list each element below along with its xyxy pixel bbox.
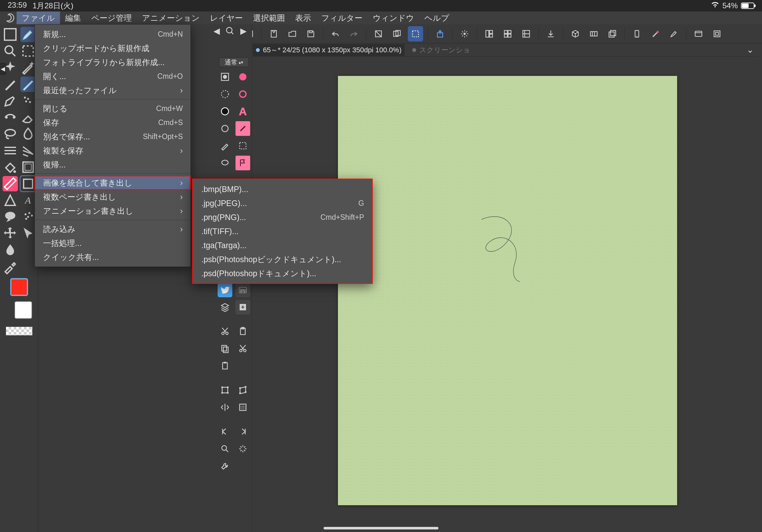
file-menu-item[interactable]: 閉じるCmd+W (35, 101, 190, 115)
search2-icon[interactable] (218, 441, 232, 456)
smartphone-icon[interactable] (629, 26, 645, 41)
zoom-mag-icon[interactable] (224, 25, 236, 37)
zoom-tool-icon[interactable] (3, 43, 18, 59)
grid3-icon[interactable] (518, 26, 534, 41)
canvas-viewport[interactable] (253, 57, 762, 532)
new-layer-icon[interactable] (236, 300, 250, 314)
trim-icon[interactable] (389, 26, 405, 41)
share-icon[interactable] (432, 26, 448, 41)
flip-h-icon[interactable] (218, 400, 232, 415)
brush-tool-icon[interactable] (21, 27, 36, 42)
lasso-fill-icon[interactable] (218, 156, 232, 170)
next-frame-icon[interactable] (236, 424, 250, 439)
tab-overflow-chevron-icon[interactable]: ⌄ (747, 45, 759, 55)
export-menu-item[interactable]: .psb(Photoshopビックドキュメント)... (193, 252, 372, 266)
gradient-tool-icon[interactable] (21, 143, 36, 158)
new-doc-icon[interactable] (266, 26, 281, 41)
wrench-icon[interactable] (218, 459, 232, 473)
menu-ウィンドウ[interactable]: ウィンドウ (368, 12, 419, 25)
menu-ページ管理[interactable]: ページ管理 (86, 12, 137, 25)
file-menu-item[interactable]: 開く...Cmd+O (35, 69, 190, 83)
file-menu-item[interactable]: 読み込み› (35, 222, 190, 236)
brush-settings-icon[interactable] (666, 26, 682, 41)
zoom-chev-right-icon[interactable]: ▶ (238, 25, 249, 37)
export-menu-item[interactable]: .png(PNG)...Cmd+Shift+P (193, 210, 372, 224)
export-menu-item[interactable]: .jpg(JPEG)...G (193, 196, 372, 210)
move-tool-icon[interactable] (3, 226, 18, 241)
menu-レイヤー[interactable]: レイヤー (205, 12, 248, 25)
file-menu-item[interactable]: クリップボードから新規作成 (35, 41, 190, 55)
export-menu-item[interactable]: .tga(Targa)... (193, 238, 372, 252)
dashed-select-icon[interactable] (236, 138, 250, 153)
file-menu-item[interactable]: クイック共有... (35, 250, 190, 264)
select-all-icon[interactable] (408, 26, 423, 41)
loader-icon[interactable] (236, 441, 250, 456)
text-tool-icon[interactable]: A (21, 193, 36, 208)
timeline-icon[interactable] (586, 26, 601, 41)
file-menu-item[interactable]: 複製を保存› (35, 144, 190, 158)
eyedropper-tool-icon[interactable] (3, 259, 18, 274)
free-transform-icon[interactable] (236, 383, 250, 397)
airbrush-tool-icon[interactable] (21, 93, 36, 108)
flag-icon[interactable] (236, 156, 250, 170)
pink-filled-circle-icon[interactable] (236, 70, 250, 84)
pen-tool-icon[interactable] (3, 77, 18, 92)
layers-icon[interactable] (605, 26, 620, 41)
balloon-tool-icon[interactable] (3, 209, 18, 225)
file-menu-item[interactable]: フォトライブラリから新規作成... (35, 55, 190, 69)
redo-icon[interactable] (346, 26, 361, 41)
cut-icon[interactable] (218, 324, 232, 339)
file-menu-item[interactable]: 複数ページ書き出し› (35, 190, 190, 204)
blend-tool-icon[interactable] (21, 126, 36, 142)
file-menu-item[interactable]: アニメーション書き出し› (35, 204, 190, 218)
frame-tool-icon[interactable] (21, 160, 36, 175)
bucket-tool-icon[interactable] (3, 242, 18, 258)
operation-tool-icon[interactable] (21, 226, 36, 241)
file-menu-item[interactable]: 画像を統合して書き出し› (35, 176, 190, 190)
copy-icon[interactable] (218, 341, 232, 356)
file-menu-item[interactable]: 別名で保存...Shift+Opt+S (35, 129, 190, 144)
cloud-icon[interactable] (691, 26, 706, 41)
menu-ファイル[interactable]: ファイル (17, 12, 60, 25)
pink-brush-thumb-icon[interactable] (236, 121, 250, 136)
blend-mode-select[interactable]: 通常▴▾ (219, 57, 249, 67)
mask-icon[interactable] (218, 70, 232, 84)
edit-tool-icon[interactable] (3, 27, 18, 42)
grid1-icon[interactable] (482, 26, 497, 41)
open-icon[interactable] (285, 26, 300, 41)
snap-icon[interactable] (457, 26, 472, 41)
grid2-icon[interactable] (500, 26, 515, 41)
background-color-swatch[interactable] (14, 301, 32, 319)
layer-stack-icon[interactable] (218, 300, 232, 314)
prev-frame-icon[interactable] (218, 424, 232, 439)
menu-ヘルプ[interactable]: ヘルプ (419, 12, 454, 25)
spray-tool-icon[interactable] (21, 209, 36, 225)
figure-tool-icon[interactable] (21, 176, 36, 191)
tab-active[interactable]: 65～* 24/25 (1080 x 1350px 350dpi 100.0%) (253, 44, 405, 56)
canvas-size-icon[interactable] (236, 400, 250, 415)
file-menu-item[interactable]: 復帰... (35, 158, 190, 171)
menu-アニメーション[interactable]: アニメーション (137, 12, 205, 25)
transform-icon[interactable] (218, 383, 232, 397)
pencil-tool-icon[interactable] (21, 77, 36, 92)
black-circle-icon[interactable] (218, 104, 232, 119)
jpg-badge-icon[interactable]: jpg (236, 283, 250, 297)
export-menu-item[interactable]: .bmp(BMP)... (193, 182, 372, 196)
3d-icon[interactable] (568, 26, 583, 41)
inkpen-tool-icon[interactable] (3, 93, 18, 108)
file-menu-item[interactable]: 一括処理... (35, 236, 190, 250)
ruler-tool-icon[interactable] (3, 176, 18, 191)
eraser-tool-icon[interactable] (21, 110, 36, 125)
zoom-chev-left-icon[interactable]: ◀ (211, 25, 222, 37)
file-menu-item[interactable]: 最近使ったファイル› (35, 83, 190, 97)
lasso-tool-icon[interactable] (3, 126, 18, 142)
clear-layer-icon[interactable] (371, 26, 386, 41)
circle-dashed-icon[interactable] (218, 87, 232, 101)
save-icon[interactable] (303, 26, 319, 41)
file-menu-item[interactable]: 新規...Cmd+N (35, 27, 190, 41)
paste-icon[interactable] (218, 359, 232, 373)
pink-A-icon[interactable]: A (236, 104, 250, 119)
lineweight-tool-icon[interactable] (3, 143, 18, 158)
marquee-tool-icon[interactable] (21, 43, 36, 59)
pink-outline-circle-icon[interactable] (236, 87, 250, 101)
